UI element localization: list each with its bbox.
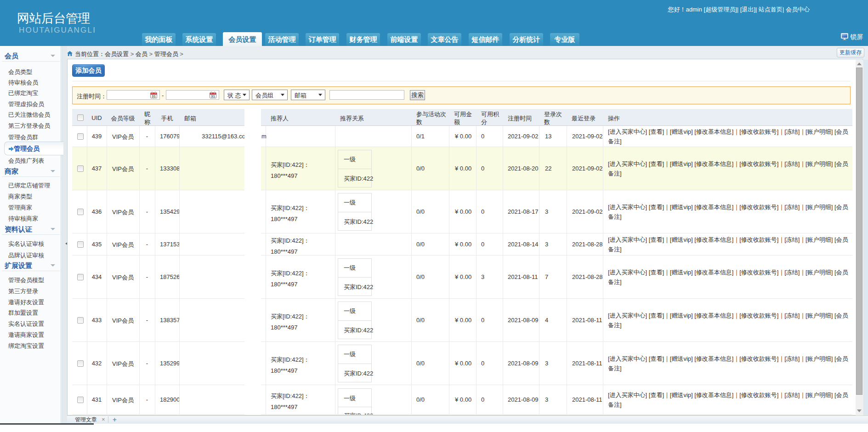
svg-text:31: 31 <box>211 94 215 98</box>
svg-text:31: 31 <box>152 94 156 98</box>
